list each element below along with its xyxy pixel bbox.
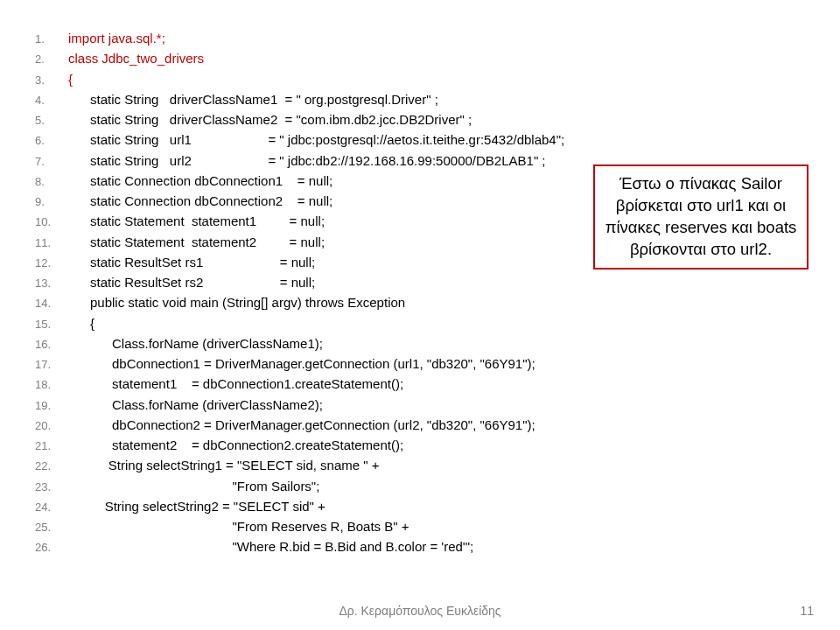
line-number: 6. bbox=[35, 132, 68, 150]
line-number: 7. bbox=[35, 153, 68, 171]
code-text: String selectString2 = "SELECT sid" + bbox=[68, 496, 326, 516]
code-line: 1.import java.sql.*; bbox=[35, 28, 805, 48]
code-line: 3.{ bbox=[35, 69, 805, 89]
code-line: 2.class Jdbc_two_drivers bbox=[35, 48, 805, 68]
code-text: statement2 = dbConnection2.createStateme… bbox=[68, 435, 403, 455]
line-number: 24. bbox=[35, 499, 68, 516]
code-text: Class.forName (driverClassName2); bbox=[68, 395, 323, 415]
line-number: 2. bbox=[35, 51, 68, 68]
code-line: 16. Class.forName (driverClassName1); bbox=[35, 333, 805, 354]
code-text: static ResultSet rs2 = null; bbox=[68, 272, 315, 292]
code-block: 1.import java.sql.*;2.class Jdbc_two_dri… bbox=[35, 28, 805, 557]
code-text: static String url2 = " jdbc:db2://192.16… bbox=[68, 150, 546, 171]
slide: 1.import java.sql.*;2.class Jdbc_two_dri… bbox=[0, 0, 840, 630]
code-text: dbConnection1 = DriverManager.getConnect… bbox=[68, 354, 536, 374]
line-number: 18. bbox=[35, 376, 68, 394]
code-line: 19. Class.forName (driverClassName2); bbox=[35, 395, 805, 415]
callout-box: Έστω ο πίνακας Sailor βρίσκεται στο url1… bbox=[593, 164, 808, 270]
code-line: 14. public static void main (String[] ar… bbox=[35, 292, 805, 312]
code-line: 13. static ResultSet rs2 = null; bbox=[35, 272, 805, 292]
code-text: class Jdbc_two_drivers bbox=[68, 48, 204, 68]
code-text: static Connection dbConnection2 = null; bbox=[68, 191, 332, 211]
line-number: 20. bbox=[35, 417, 68, 435]
line-number: 15. bbox=[35, 316, 68, 333]
code-line: 24. String selectString2 = "SELECT sid" … bbox=[35, 496, 805, 516]
code-text: { bbox=[68, 313, 94, 333]
line-number: 4. bbox=[35, 92, 68, 109]
code-line: 18. statement1 = dbConnection1.createSta… bbox=[35, 374, 805, 394]
code-line: 23. "From Sailors"; bbox=[35, 476, 805, 496]
line-number: 8. bbox=[35, 173, 68, 191]
code-text: static Statement statement1 = null; bbox=[68, 211, 325, 231]
line-number: 5. bbox=[35, 112, 68, 130]
line-number: 16. bbox=[35, 336, 68, 354]
code-line: 21. statement2 = dbConnection2.createSta… bbox=[35, 435, 805, 455]
code-text: static String driverClassName1 = " org.p… bbox=[68, 89, 438, 109]
code-text: { bbox=[68, 69, 73, 89]
code-line: 15. { bbox=[35, 313, 805, 333]
code-text: static String url1 = " jdbc:postgresql:/… bbox=[68, 130, 564, 150]
line-number: 3. bbox=[35, 72, 68, 89]
line-number: 14. bbox=[35, 295, 68, 312]
code-text: dbConnection2 = DriverManager.getConnect… bbox=[68, 415, 536, 435]
code-line: 17. dbConnection1 = DriverManager.getCon… bbox=[35, 354, 805, 374]
code-text: import java.sql.*; bbox=[68, 28, 165, 48]
line-number: 13. bbox=[35, 275, 68, 292]
code-line: 25. "From Reserves R, Boats B" + bbox=[35, 516, 805, 536]
code-text: public static void main (String[] argv) … bbox=[68, 292, 405, 312]
line-number: 25. bbox=[35, 519, 68, 536]
code-text: "From Reserves R, Boats B" + bbox=[68, 516, 410, 536]
code-text: String selectString1 = "SELECT sid, snam… bbox=[68, 455, 380, 475]
line-number: 26. bbox=[35, 539, 68, 556]
code-line: 6. static String url1 = " jdbc:postgresq… bbox=[35, 130, 805, 150]
code-line: 22. String selectString1 = "SELECT sid, … bbox=[35, 455, 805, 475]
code-text: "From Sailors"; bbox=[68, 476, 319, 496]
line-number: 22. bbox=[35, 458, 68, 475]
code-text: static ResultSet rs1 = null; bbox=[68, 252, 315, 272]
line-number: 12. bbox=[35, 255, 68, 272]
code-text: "Where R.bid = B.Bid and B.color = 'red'… bbox=[68, 536, 473, 556]
line-number: 21. bbox=[35, 438, 68, 455]
code-text: statement1 = dbConnection1.createStateme… bbox=[68, 374, 403, 394]
code-text: Class.forName (driverClassName1); bbox=[68, 333, 323, 354]
footer-author: Δρ. Κεραμόπουλος Ευκλείδης bbox=[0, 604, 840, 618]
line-number: 19. bbox=[35, 397, 68, 415]
code-line: 5. static String driverClassName2 = "com… bbox=[35, 109, 805, 130]
line-number: 11. bbox=[35, 234, 68, 252]
line-number: 9. bbox=[35, 193, 68, 211]
line-number: 17. bbox=[35, 356, 68, 374]
code-text: static Connection dbConnection1 = null; bbox=[68, 171, 332, 191]
code-line: 26. "Where R.bid = B.Bid and B.color = '… bbox=[35, 536, 805, 556]
code-line: 4. static String driverClassName1 = " or… bbox=[35, 89, 805, 109]
line-number: 1. bbox=[35, 31, 68, 48]
code-text: static Statement statement2 = null; bbox=[68, 232, 325, 252]
line-number: 23. bbox=[35, 479, 68, 496]
line-number: 10. bbox=[35, 214, 68, 231]
code-text: static String driverClassName2 = "com.ib… bbox=[68, 109, 472, 130]
code-line: 20. dbConnection2 = DriverManager.getCon… bbox=[35, 415, 805, 435]
page-number: 11 bbox=[800, 604, 814, 618]
